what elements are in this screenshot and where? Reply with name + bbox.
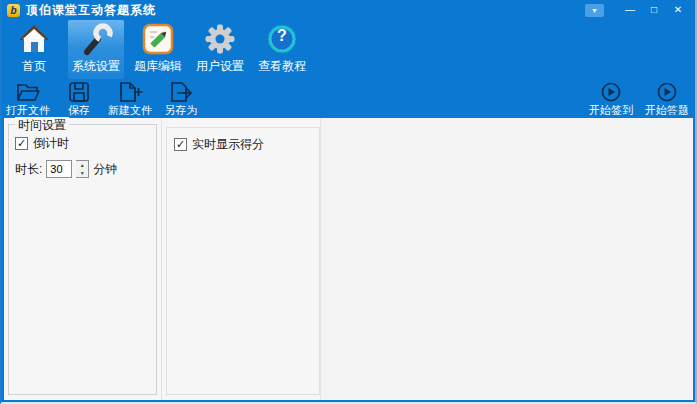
toolbar-label: 题库编辑 (134, 58, 182, 75)
open-file-button[interactable]: 打开文件 (6, 80, 50, 118)
realtime-score-label: 实时显示得分 (192, 136, 264, 153)
duration-label: 时长: (15, 161, 42, 178)
notepad-pencil-icon (142, 20, 174, 58)
groupbox-title: 时间设置 (15, 117, 69, 134)
panel-splitter[interactable] (161, 118, 162, 400)
spinner-up-icon[interactable]: ▲ (76, 161, 88, 169)
toolbar-label: 首页 (22, 58, 46, 75)
titlebar-dropdown-icon[interactable]: ▼ (585, 4, 604, 17)
question-mark-glyph: ? (266, 20, 298, 54)
content-area: 时间设置 ✓ 倒计时 时长: ▲ ▼ 分钟 (4, 118, 693, 400)
wrench-icon (79, 20, 113, 58)
file-toolbar-label: 新建文件 (108, 103, 152, 118)
duration-stepper[interactable]: ▲ ▼ (76, 160, 89, 178)
file-toolbar-label: 另存为 (165, 103, 198, 118)
main-toolbar: 首页 系统设置 (2, 20, 695, 79)
duration-input[interactable] (46, 160, 72, 178)
close-button[interactable]: ✕ (666, 2, 690, 18)
file-toolbar-right: 开始签到 开始答题 (589, 80, 689, 118)
open-folder-icon (15, 80, 41, 103)
new-file-button[interactable]: 新建文件 (108, 80, 152, 118)
save-as-button[interactable]: 另存为 (164, 80, 198, 118)
toolbar-label: 系统设置 (72, 58, 120, 75)
save-button[interactable]: 保存 (62, 80, 96, 118)
gear-icon (203, 20, 237, 58)
start-answering-button[interactable]: 开始答题 (645, 80, 689, 118)
score-settings-panel: ✓ 实时显示得分 (166, 127, 320, 395)
duration-row: 时长: ▲ ▼ 分钟 (15, 160, 150, 178)
checkbox-check-icon[interactable]: ✓ (15, 137, 28, 150)
app-window: b 顶伯课堂互动答题系统 ▼ — □ ✕ 首页 (0, 0, 697, 404)
toolbar-label: 用户设置 (196, 58, 244, 75)
window-title: 顶伯课堂互动答题系统 (26, 2, 156, 19)
new-file-icon (117, 80, 143, 103)
toolbar-item-home[interactable]: 首页 (6, 20, 62, 79)
toolbar-item-tutorial[interactable]: ? 查看教程 (254, 20, 310, 79)
realtime-score-checkbox[interactable]: ✓ 实时显示得分 (174, 136, 312, 153)
empty-right-panel (320, 118, 693, 400)
floppy-save-icon (67, 80, 91, 103)
file-toolbar-label: 打开文件 (6, 103, 50, 118)
file-toolbar-label: 保存 (68, 103, 90, 118)
countdown-checkbox[interactable]: ✓ 倒计时 (15, 135, 150, 152)
help-icon: ? (266, 20, 298, 58)
spinner-down-icon[interactable]: ▼ (76, 169, 88, 177)
play-circle-icon (600, 80, 622, 103)
play-circle-icon (656, 80, 678, 103)
toolbar-item-user-settings[interactable]: 用户设置 (192, 20, 248, 79)
toolbar-item-system-settings[interactable]: 系统设置 (68, 20, 124, 79)
duration-unit-label: 分钟 (93, 161, 117, 178)
file-toolbar-label: 开始签到 (589, 103, 633, 118)
maximize-button[interactable]: □ (642, 2, 666, 18)
file-toolbar: 打开文件 保存 (2, 79, 695, 118)
file-toolbar-label: 开始答题 (645, 103, 689, 118)
minimize-button[interactable]: — (618, 2, 642, 18)
save-as-icon (168, 80, 194, 103)
checkbox-check-icon[interactable]: ✓ (174, 138, 187, 151)
countdown-label: 倒计时 (33, 135, 69, 152)
start-signin-button[interactable]: 开始签到 (589, 80, 633, 118)
home-icon (17, 20, 51, 58)
toolbar-label: 查看教程 (258, 58, 306, 75)
toolbar-item-question-bank[interactable]: 题库编辑 (130, 20, 186, 79)
app-logo-icon: b (7, 4, 20, 17)
time-settings-groupbox: 时间设置 ✓ 倒计时 时长: ▲ ▼ 分钟 (8, 124, 157, 395)
file-toolbar-left: 打开文件 保存 (6, 80, 198, 118)
titlebar: b 顶伯课堂互动答题系统 ▼ — □ ✕ (2, 0, 695, 20)
